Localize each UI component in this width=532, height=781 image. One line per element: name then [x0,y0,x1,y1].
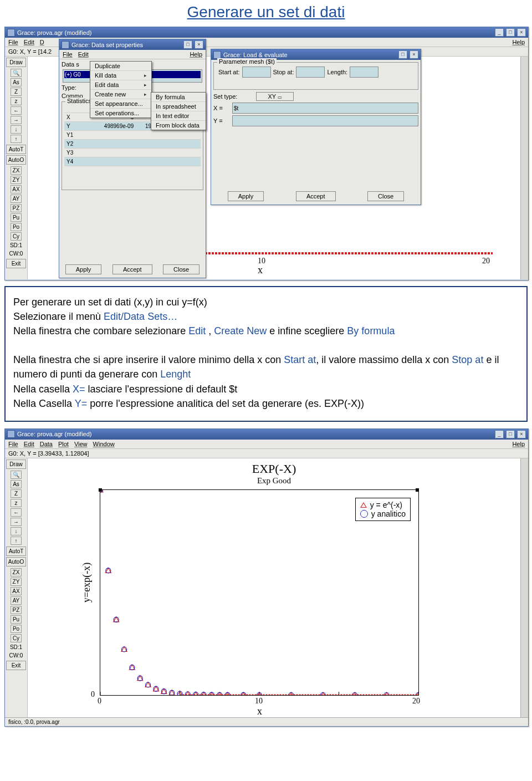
scrollbar[interactable] [520,458,528,726]
chart-canvas[interactable]: EXP(-X) Exp Good y = e^(-x) y analitico … [28,458,520,726]
right-arrow-icon[interactable]: → [11,116,22,124]
left-arrow-icon[interactable]: ← [11,508,22,517]
menu-file[interactable]: File [8,441,18,447]
ay-button[interactable]: AY [11,596,22,605]
chart-min-button[interactable]: _ [495,430,504,438]
props-apply-button[interactable]: Apply [65,264,102,274]
length-input[interactable] [350,67,378,78]
left-arrow-icon[interactable]: ← [11,106,22,115]
pu-button[interactable]: Pu [11,615,22,624]
zy-button[interactable]: ZY [11,176,22,184]
submenu-in-spreadsheet[interactable]: In spreadsheet [151,102,206,111]
zy-button[interactable]: ZY [11,578,22,586]
pz-button[interactable]: PZ [11,204,22,212]
load-accept-button[interactable]: Accept [296,191,336,201]
z-lower-button[interactable]: z [11,97,22,105]
xtick-20: 20 [482,257,490,266]
chart-close-button[interactable]: × [517,430,526,438]
cy-button[interactable]: Cy [11,634,22,642]
pz-button[interactable]: PZ [11,606,22,614]
exit-button[interactable]: Exit [6,661,26,670]
load-apply-button[interactable]: Apply [228,191,264,201]
scrollbar[interactable] [520,57,528,279]
maximize-button[interactable]: □ [506,28,515,37]
instruction-box: Per generare un set di dati (x,y) in cui… [4,286,528,422]
autot-button[interactable]: AutoT [6,547,26,556]
pu-button[interactable]: Pu [11,213,22,222]
length-label: Length: [327,69,347,75]
menu-file[interactable]: File [8,39,18,45]
menu-create-new[interactable]: Create new▸ [90,90,151,99]
ay-button[interactable]: AY [11,195,22,203]
menu-help[interactable]: Help [512,441,525,447]
load-close-button[interactable]: × [410,50,418,59]
as-button[interactable]: As [11,78,22,86]
load-title: Grace: Load & evaluate [223,52,288,58]
submenu-from-block[interactable]: From block data [151,121,206,130]
x-input[interactable] [232,103,418,114]
zoom-icon[interactable]: 🔍 [11,471,22,479]
autot-button[interactable]: AutoT [6,145,26,154]
submenu-by-formula[interactable]: By formula [151,93,206,102]
load-max-button[interactable]: □ [398,50,407,59]
menu-window[interactable]: Window [93,441,115,447]
draw-button[interactable]: Draw [6,58,26,67]
ax-button[interactable]: AX [11,185,22,193]
down-arrow-icon[interactable]: ↓ [11,527,22,535]
zx-button[interactable]: ZX [11,568,22,576]
menu-help[interactable]: Help [512,39,525,45]
draw-button[interactable]: Draw [6,460,26,469]
z-upper-button[interactable]: Z [11,489,22,498]
menu-plot[interactable]: Plot [58,441,69,447]
props-menu-help[interactable]: Help [190,51,202,58]
xtick-0: 0 [98,697,101,706]
as-button[interactable]: As [11,480,22,488]
start-at-input[interactable] [242,67,271,78]
down-arrow-icon[interactable]: ↓ [11,125,22,134]
ax-button[interactable]: AX [11,587,22,595]
load-evaluate-window: Grace: Load & evaluate □ × Parameter mes… [211,49,421,205]
submenu-in-text-editor[interactable]: In text editor [151,111,206,121]
right-arrow-icon[interactable]: → [11,518,22,526]
data-s-label: Data s [62,61,79,68]
up-arrow-icon[interactable]: ↑ [11,537,22,545]
cy-button[interactable]: Cy [11,232,22,241]
settype-label: Set type: [213,93,237,100]
minimize-button[interactable]: _ [495,28,504,37]
menu-data[interactable]: Data [40,441,53,447]
menu-set-operations[interactable]: Set operations... [90,109,151,118]
props-close-button[interactable]: × [195,40,203,49]
props-close-button2[interactable]: Close [163,264,200,274]
menu-view[interactable]: View [74,441,88,447]
y-input[interactable] [232,115,418,126]
props-max-button[interactable]: □ [183,40,192,49]
z-upper-button[interactable]: Z [11,88,22,96]
autoo-button[interactable]: AutoO [6,155,26,165]
props-accept-button[interactable]: Accept [112,264,152,274]
zx-button[interactable]: ZX [11,166,22,175]
stop-at-input[interactable] [296,67,325,78]
po-button[interactable]: Po [11,223,22,231]
props-menu-file[interactable]: File [63,51,73,58]
menu-set-appearance[interactable]: Set appearance... [90,99,151,109]
exit-button[interactable]: Exit [6,259,26,268]
props-menu-edit[interactable]: Edit [78,51,89,58]
menu-kill-data[interactable]: Kill data▸ [90,71,151,80]
zoom-icon[interactable]: 🔍 [11,69,22,77]
po-button[interactable]: Po [11,625,22,633]
load-close-button2[interactable]: Close [367,191,404,201]
autoo-button[interactable]: AutoO [6,557,26,566]
menu-edit[interactable]: Edit [24,441,34,447]
side-panel: Draw 🔍As Zz ←→ ↓↑ AutoT AutoO ZXZY AXAY … [5,57,28,279]
app-icon [7,29,15,37]
chart-title: EXP(-X) [28,462,520,476]
chart-max-button[interactable]: □ [506,430,515,438]
menu-edit-data[interactable]: Edit data▸ [90,80,151,90]
up-arrow-icon[interactable]: ↑ [11,135,22,143]
settype-selector[interactable]: XY ▭ [256,92,294,101]
close-button[interactable]: × [517,28,526,37]
menu-edit[interactable]: Edit [24,39,34,45]
menu-d[interactable]: D [40,39,44,45]
z-lower-button[interactable]: z [11,499,22,507]
menu-duplicate[interactable]: Duplicate [90,62,151,71]
